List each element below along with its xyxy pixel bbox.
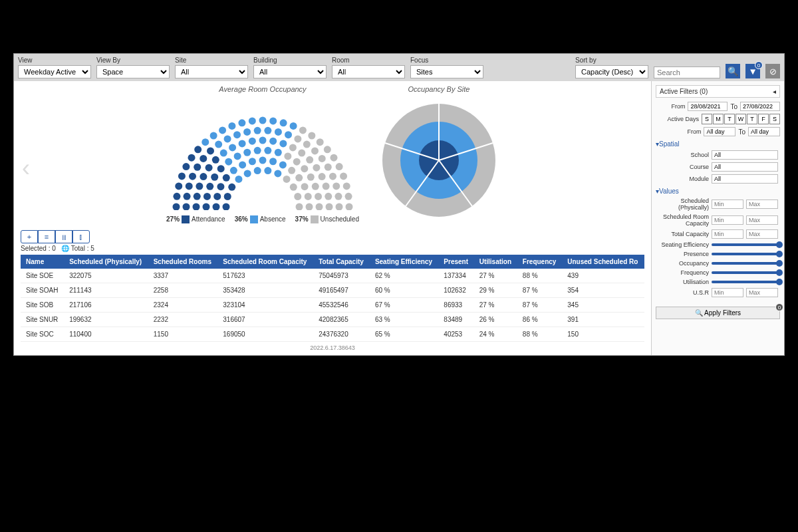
svg-point-57	[259, 157, 267, 164]
svg-point-98	[301, 183, 309, 190]
svg-point-43	[239, 161, 246, 168]
table-header[interactable]: Scheduled (Physically)	[64, 255, 148, 269]
table-row[interactable]: Site SOC11040011501690502437632065 %4025…	[21, 327, 644, 342]
svg-point-29	[217, 165, 225, 172]
min-input[interactable]	[712, 229, 743, 239]
svg-point-102	[323, 183, 330, 190]
focus-select[interactable]: Sites	[410, 65, 483, 78]
max-input[interactable]	[746, 200, 778, 209]
svg-point-64	[269, 138, 277, 145]
svg-point-12	[186, 182, 193, 190]
svg-point-4	[183, 203, 190, 211]
occupancy-by-site-chart: Occupancy By Site	[376, 85, 502, 225]
prev-arrow[interactable]: ‹	[22, 154, 30, 182]
search-input[interactable]	[654, 66, 720, 78]
svg-point-85	[311, 147, 319, 154]
day-button[interactable]: T	[724, 114, 735, 124]
svg-point-86	[306, 156, 313, 164]
building-select[interactable]: All	[253, 65, 327, 78]
date-from-input[interactable]	[688, 102, 728, 111]
reset-button[interactable]: ⊘	[765, 64, 780, 78]
site-select[interactable]: All	[175, 65, 248, 78]
svg-point-25	[205, 164, 213, 172]
table-header[interactable]: Seating Efficiency	[370, 255, 438, 269]
apply-filters-button[interactable]: 🔍 Apply Filters0	[656, 307, 780, 319]
chevron-left-icon: ◂	[773, 88, 776, 95]
min-input[interactable]	[712, 200, 743, 209]
search-icon: 🔍	[728, 66, 739, 76]
range-slider[interactable]	[712, 271, 780, 274]
range-slider[interactable]	[712, 243, 780, 246]
chart-view-button[interactable]: ⫿	[72, 230, 90, 243]
spatial-section[interactable]: ▾Spatial	[656, 140, 780, 148]
day-button[interactable]: T	[747, 114, 757, 124]
max-input[interactable]	[746, 215, 778, 225]
filter-badge: 0	[755, 61, 763, 69]
day-button[interactable]: M	[713, 114, 724, 124]
svg-point-79	[303, 141, 311, 148]
table-header[interactable]: Scheduled Room Capacity	[217, 255, 313, 269]
table-header[interactable]: Frequency	[517, 255, 562, 269]
table-header-row: NameScheduled (Physically)Scheduled Room…	[21, 255, 644, 269]
svg-point-111	[296, 203, 303, 211]
svg-point-78	[308, 132, 315, 140]
search-button[interactable]: 🔍	[726, 64, 740, 78]
viewby-select[interactable]: Space	[96, 65, 170, 78]
day-button[interactable]: S	[702, 114, 712, 124]
table-header[interactable]: Total Capacity	[313, 255, 370, 269]
table-header[interactable]: Unused Scheduled Ro	[562, 255, 644, 269]
table-header[interactable]: Present	[438, 255, 473, 269]
day-button[interactable]: W	[735, 114, 746, 124]
svg-point-44	[244, 170, 251, 177]
max-input[interactable]	[746, 288, 778, 297]
list-view-button[interactable]: ≡	[38, 230, 55, 243]
svg-point-35	[225, 158, 232, 166]
date-to-input[interactable]	[740, 102, 780, 111]
svg-point-15	[178, 172, 186, 180]
range-slider[interactable]	[712, 281, 780, 283]
table-row[interactable]: Site SNUR19963222323166074208236563 %834…	[21, 313, 644, 327]
course-input[interactable]	[712, 162, 778, 172]
svg-point-110	[345, 193, 352, 200]
column-view-button[interactable]: ⫼	[55, 230, 72, 243]
time-from-input[interactable]	[704, 127, 735, 136]
values-section[interactable]: ▾Values	[656, 188, 780, 195]
max-input[interactable]	[746, 229, 778, 239]
range-slider[interactable]	[712, 253, 780, 255]
svg-point-52	[249, 138, 256, 145]
table-header[interactable]: Utilisation	[474, 255, 517, 269]
svg-point-69	[279, 140, 287, 147]
room-select[interactable]: All	[332, 65, 405, 78]
svg-point-105	[343, 182, 350, 190]
svg-point-109	[334, 193, 342, 200]
min-input[interactable]	[712, 288, 743, 297]
svg-point-45	[228, 122, 235, 130]
app-window: ViewWeekday Active Hours View BySpace Si…	[13, 53, 785, 356]
add-view-button[interactable]: +	[21, 230, 38, 243]
min-input[interactable]	[712, 215, 743, 225]
active-filters-toggle[interactable]: Active Filters (0)◂	[656, 85, 780, 98]
school-input[interactable]	[712, 150, 778, 160]
svg-point-46	[233, 131, 241, 138]
svg-point-61	[264, 147, 271, 154]
table-header[interactable]: Name	[21, 255, 64, 269]
sortby-select[interactable]: Capacity (Desc)	[575, 65, 648, 78]
day-button[interactable]: F	[758, 114, 769, 124]
svg-point-28	[194, 146, 201, 153]
filter-button[interactable]: ▼0	[745, 64, 760, 78]
view-select[interactable]: Weekday Active Hours	[18, 65, 91, 78]
time-to-input[interactable]	[748, 127, 780, 136]
table-row[interactable]: Site SOB21710623243231044553254667 %8693…	[21, 298, 644, 313]
module-input[interactable]	[712, 174, 778, 184]
day-button[interactable]: S	[769, 114, 780, 124]
top-filter-bar: ViewWeekday Active Hours View BySpace Si…	[14, 54, 784, 81]
table-row[interactable]: Site SOE32207533375176237504597362 %1373…	[21, 269, 644, 283]
svg-point-95	[325, 164, 332, 171]
svg-point-81	[293, 158, 301, 166]
svg-point-101	[340, 172, 347, 180]
sites-table: NameScheduled (Physically)Scheduled Room…	[21, 255, 644, 342]
table-row[interactable]: Site SOAH21114322583534284916549760 %102…	[21, 283, 644, 298]
svg-point-49	[238, 119, 245, 126]
range-slider[interactable]	[712, 262, 780, 265]
table-header[interactable]: Scheduled Rooms	[148, 255, 218, 269]
